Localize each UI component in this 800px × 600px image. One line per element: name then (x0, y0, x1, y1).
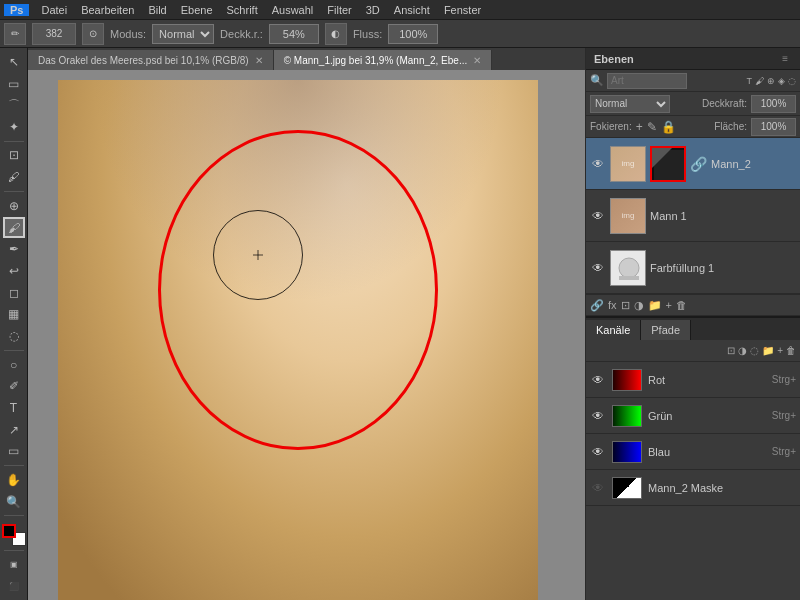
tab-mann[interactable]: © Mann_1.jpg bei 31,9% (Mann_2, Ebe... ✕ (274, 50, 493, 70)
ps-logo: Ps (4, 4, 29, 16)
panel-icon-2[interactable]: ◑ (738, 345, 747, 356)
channel-eye-blau[interactable]: 👁 (590, 444, 606, 460)
panel-icon-3[interactable]: ◌ (750, 345, 759, 356)
layers-fill-input[interactable] (751, 118, 796, 136)
add-link-icon[interactable]: 🔗 (590, 299, 604, 312)
toolbar-separator-2 (4, 191, 24, 192)
add-effect-icon[interactable]: fx (608, 299, 617, 311)
color-swatches[interactable] (2, 524, 26, 545)
menu-filter[interactable]: Filter (321, 4, 357, 16)
tab-mann-close[interactable]: ✕ (473, 55, 481, 66)
lock-all-icon[interactable]: 🔒 (661, 120, 676, 134)
layer-row-mann2[interactable]: 👁 img 🔗 Mann_2 (586, 138, 800, 190)
hand-tool[interactable]: ✋ (3, 470, 25, 490)
lock-draw-icon[interactable]: ✎ (647, 120, 657, 134)
channel-name-rot: Rot (648, 374, 766, 386)
panel-icon-4[interactable]: 📁 (762, 345, 774, 356)
layer-row-fill[interactable]: 👁 Farbfüllung 1 (586, 242, 800, 294)
menu-ansicht[interactable]: Ansicht (388, 4, 436, 16)
foreground-color-swatch[interactable] (2, 524, 16, 538)
panel-icon-1[interactable]: ⊡ (727, 345, 735, 356)
menu-schrift[interactable]: Schrift (221, 4, 264, 16)
layers-icon-2[interactable]: 🖌 (755, 76, 764, 86)
menu-bearbeiten[interactable]: Bearbeiten (75, 4, 140, 16)
lasso-tool[interactable]: ⌒ (3, 95, 25, 115)
layer-eye-mann2[interactable]: 👁 (590, 156, 606, 172)
channel-eye-mask[interactable]: 👁 (590, 480, 606, 496)
brush-size-input[interactable]: 382 (32, 23, 76, 45)
add-group-icon[interactable]: 📁 (648, 299, 662, 312)
clone-stamp-tool[interactable]: ✒ (3, 240, 25, 260)
right-panel: Ebenen ≡ 🔍 T 🖌 ⊕ ◈ ◌ Normal Deckkraft: (585, 48, 800, 600)
eraser-tool[interactable]: ◻ (3, 283, 25, 303)
layer-eye-mann1[interactable]: 👁 (590, 208, 606, 224)
panel-tab-kanale[interactable]: Kanäle (586, 320, 641, 340)
tab-orakel-close[interactable]: ✕ (255, 55, 263, 66)
menu-auswahl[interactable]: Auswahl (266, 4, 320, 16)
blur-tool[interactable]: ◌ (3, 326, 25, 346)
history-brush-tool[interactable]: ↩ (3, 261, 25, 281)
layers-icon-4[interactable]: ◈ (778, 76, 785, 86)
layer-row-mann1[interactable]: 👁 img Mann 1 (586, 190, 800, 242)
layers-icon-3[interactable]: ⊕ (767, 76, 775, 86)
pen-tool[interactable]: ✐ (3, 377, 25, 397)
blend-mode-select[interactable]: Normal (152, 24, 214, 44)
brush-tool[interactable]: 🖌 (3, 217, 25, 237)
panel-icon-6[interactable]: 🗑 (786, 345, 796, 356)
channel-row-mask[interactable]: 👁 Mann_2 Maske (586, 470, 800, 506)
opacity-icon[interactable]: ◐ (325, 23, 347, 45)
text-tool[interactable]: T (3, 398, 25, 418)
channel-eye-rot[interactable]: 👁 (590, 372, 606, 388)
opacity-row-label: Deckkraft: (702, 98, 747, 109)
quick-mask-mode[interactable]: ▣ (3, 555, 25, 575)
layers-options-icon[interactable]: ≡ (782, 53, 788, 64)
magic-wand-tool[interactable]: ✦ (3, 117, 25, 137)
brush-tool-icon[interactable]: ✏ (4, 23, 26, 45)
rectangle-shape-tool[interactable]: ▭ (3, 442, 25, 462)
layer-mask-thumb-mann2[interactable] (650, 146, 686, 182)
opacity-input[interactable] (269, 24, 319, 44)
channel-eye-gruen[interactable]: 👁 (590, 408, 606, 424)
layer-link-icon[interactable]: 🔗 (690, 156, 707, 172)
eyedropper-tool[interactable]: 🖋 (3, 167, 25, 187)
flow-input[interactable] (388, 24, 438, 44)
gradient-tool[interactable]: ▦ (3, 305, 25, 325)
layer-eye-fill[interactable]: 👁 (590, 260, 606, 276)
channel-row-blau[interactable]: 👁 Blau Strg+ (586, 434, 800, 470)
menu-fenster[interactable]: Fenster (438, 4, 487, 16)
panel-tab-pfade[interactable]: Pfade (641, 320, 691, 340)
healing-brush-tool[interactable]: ⊕ (3, 196, 25, 216)
channel-name-gruen: Grün (648, 410, 766, 422)
brush-preset-icon[interactable]: ⊙ (82, 23, 104, 45)
screen-mode[interactable]: ⬛ (3, 576, 25, 596)
tab-orakel[interactable]: Das Orakel des Meeres.psd bei 10,1% (RGB… (28, 50, 274, 70)
add-adj-icon[interactable]: ◑ (634, 299, 644, 312)
path-select-tool[interactable]: ↗ (3, 420, 25, 440)
menu-ebene[interactable]: Ebene (175, 4, 219, 16)
layers-search-input[interactable] (607, 73, 687, 89)
dodge-tool[interactable]: ○ (3, 355, 25, 375)
delete-layer-icon[interactable]: 🗑 (676, 299, 687, 311)
add-layer-icon[interactable]: + (666, 299, 672, 311)
tool-options-bar: ✏ 382 ⊙ Modus: Normal Deckk.r.: ◐ Fluss: (0, 20, 800, 48)
layers-blend-mode-select[interactable]: Normal (590, 95, 670, 113)
focus-label: Fokieren: (590, 121, 632, 132)
rectangular-marquee-tool[interactable]: ▭ (3, 74, 25, 94)
zoom-tool[interactable]: 🔍 (3, 492, 25, 512)
layers-icon-1[interactable]: T (747, 76, 753, 86)
add-mask-icon[interactable]: ⊡ (621, 299, 630, 312)
menu-bild[interactable]: Bild (142, 4, 172, 16)
menu-datei[interactable]: Datei (35, 4, 73, 16)
panel-icon-5[interactable]: + (777, 345, 783, 356)
channel-row-rot[interactable]: 👁 Rot Strg+ (586, 362, 800, 398)
layers-icon-5[interactable]: ◌ (788, 76, 796, 86)
channel-thumb-mask (612, 477, 642, 499)
layers-opacity-input[interactable] (751, 95, 796, 113)
move-tool[interactable]: ↖ (3, 52, 25, 72)
image-canvas (28, 70, 585, 600)
lock-pos-icon[interactable]: + (636, 120, 643, 134)
channel-row-gruen[interactable]: 👁 Grün Strg+ (586, 398, 800, 434)
menu-3d[interactable]: 3D (360, 4, 386, 16)
canvas-area: Das Orakel des Meeres.psd bei 10,1% (RGB… (28, 48, 585, 600)
crop-tool[interactable]: ⊡ (3, 146, 25, 166)
